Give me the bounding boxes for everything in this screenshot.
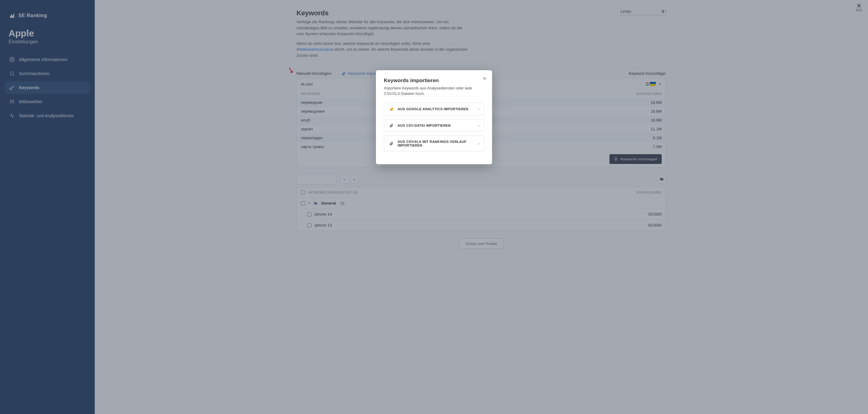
chevron-right-icon: › bbox=[478, 124, 479, 127]
import-csv-option[interactable]: Aus CSV-Datei importieren › bbox=[384, 119, 484, 132]
svg-rect-7 bbox=[392, 107, 393, 111]
import-google-analytics-option[interactable]: Aus Google Analytics importieren › bbox=[384, 103, 484, 115]
svg-rect-5 bbox=[390, 109, 391, 110]
import-keywords-modal: ✕ Keywords importieren Importiere Keywor… bbox=[376, 70, 492, 164]
attach-icon bbox=[389, 123, 394, 128]
modal-description: Importiere Keywords aus Analysediensten … bbox=[384, 85, 484, 97]
modal-title: Keywords importieren bbox=[384, 77, 484, 84]
chevron-right-icon: › bbox=[478, 142, 479, 145]
attach-icon bbox=[389, 141, 394, 146]
modal-close-button[interactable]: ✕ bbox=[483, 76, 487, 81]
google-analytics-icon bbox=[389, 107, 394, 111]
chevron-right-icon: › bbox=[478, 107, 479, 111]
svg-rect-6 bbox=[391, 108, 392, 111]
import-csv-xls-rankings-option[interactable]: Aus CSV/XLS mit Rankings-Verlauf importi… bbox=[384, 136, 484, 151]
modal-overlay[interactable]: ✕ Keywords importieren Importiere Keywor… bbox=[0, 0, 868, 414]
